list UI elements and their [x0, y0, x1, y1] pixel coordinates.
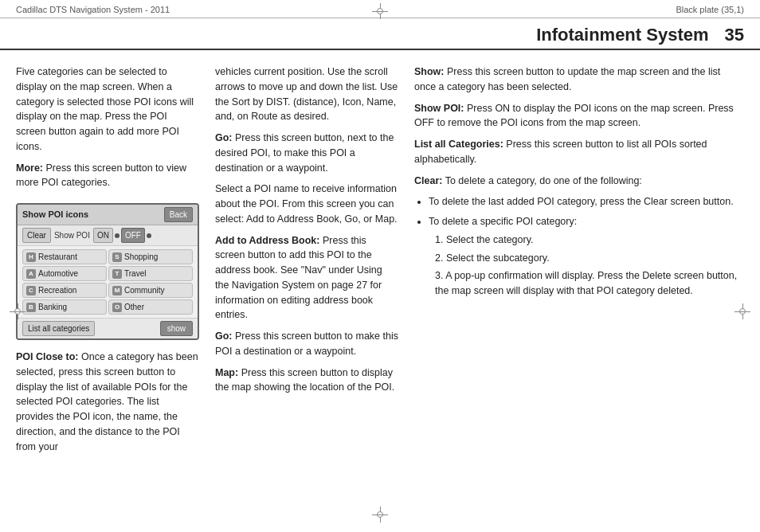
poi-cat-item[interactable]: TTravel — [108, 266, 193, 281]
go-text: Press this screen button, next to the de… — [215, 132, 394, 174]
clear-text: To delete a category, do one of the foll… — [442, 175, 641, 186]
steps-list: 1. Select the category.2. Select the sub… — [429, 233, 744, 299]
step-text: Select the category. — [446, 234, 534, 245]
poi-cat-item[interactable]: OOther — [108, 299, 193, 315]
col-left: Five categories can be selected to displ… — [16, 65, 199, 518]
poi-show-poi-label: Show POI — [54, 229, 90, 241]
select-poi-text: Select a POI name to receive information… — [215, 182, 398, 226]
page-number: 35 — [725, 25, 744, 45]
step-num: 3. — [435, 270, 443, 281]
map-text: Press this screen button to display the … — [215, 367, 394, 393]
poi-toggle: ON OFF — [93, 228, 151, 243]
bullet2-intro: To delete a specific POI category: — [429, 216, 577, 227]
col-right: Show: Press this screen button to update… — [414, 65, 744, 518]
go-para: Go: Press this screen button, next to th… — [215, 131, 398, 175]
poi-cat-icon: B — [26, 303, 36, 312]
poi-close-label: POI Close to: — [16, 351, 78, 362]
go-label: Go: — [215, 132, 233, 143]
more-label: More: — [16, 162, 43, 174]
poi-cat-label: Banking — [38, 301, 67, 313]
poi-screen-mockup: Show POI icons Back Clear Show POI ON OF… — [16, 203, 199, 340]
crosshair-circle-left — [14, 308, 21, 315]
poi-screen-title: Show POI icons — [22, 208, 88, 221]
crosshair-circle-right — [739, 308, 746, 315]
poi-cat-label: Automotive — [38, 268, 78, 280]
intro-text: Five categories can be selected to displ… — [16, 65, 199, 155]
crosshair-right — [735, 303, 750, 319]
bullet2: To delete a specific POI category: 1. Se… — [429, 214, 744, 299]
poi-cat-item[interactable]: MCommunity — [108, 283, 193, 298]
clear-bullets: To delete the last added POI category, p… — [414, 194, 744, 299]
header-right: Black plate (35,1) — [676, 5, 744, 14]
continue-text: vehicles current position. Use the scrol… — [215, 65, 398, 124]
crosshair-left-shape — [10, 303, 25, 319]
poi-list-all-button[interactable]: List all categories — [22, 321, 95, 336]
step-item: 3. A pop-up confirmation will display. P… — [435, 268, 744, 299]
crosshair-left — [10, 303, 25, 319]
poi-on-button[interactable]: ON — [93, 228, 113, 243]
page-title-bar: Infotainment System 35 — [0, 18, 760, 50]
poi-controls: Clear Show POI ON OFF — [18, 225, 198, 246]
poi-off-button[interactable]: OFF — [121, 228, 145, 243]
poi-screen-header: Show POI icons Back — [18, 205, 198, 225]
poi-cat-icon: A — [26, 269, 36, 279]
list-all-label: List all Categories: — [414, 139, 503, 150]
poi-cat-icon: H — [26, 252, 36, 262]
show-label: Show: — [414, 66, 445, 77]
poi-cat-item[interactable]: BBanking — [22, 299, 107, 315]
poi-show-button[interactable]: show — [160, 321, 193, 336]
poi-cat-icon: C — [26, 286, 36, 295]
poi-cat-label: Travel — [124, 268, 146, 280]
header-left: Cadillac DTS Navigation System - 2011 — [16, 5, 170, 14]
step-text: Select the subcategory. — [446, 252, 550, 264]
col-middle: vehicles current position. Use the scrol… — [215, 65, 398, 518]
poi-cat-icon: M — [112, 286, 122, 295]
crosshair-top — [372, 3, 388, 19]
map-label: Map: — [215, 367, 238, 378]
add-label: Add to Address Book: — [215, 235, 319, 246]
page-title: Infotainment System — [536, 25, 708, 45]
header-crosshair — [372, 3, 388, 19]
poi-cat-item[interactable]: SShopping — [108, 249, 193, 264]
step-item: 1. Select the category. — [435, 233, 744, 248]
poi-cat-label: Other — [124, 301, 144, 313]
poi-back-button[interactable]: Back — [164, 207, 193, 222]
show-para: Show: Press this screen button to update… — [414, 65, 744, 95]
add-para: Add to Address Book: Press this screen b… — [215, 233, 398, 323]
go2-label: Go: — [215, 331, 233, 342]
poi-dot — [115, 233, 119, 238]
header: Cadillac DTS Navigation System - 2011 Bl… — [0, 0, 760, 18]
poi-cat-icon: S — [112, 252, 122, 262]
poi-clear-button[interactable]: Clear — [22, 228, 51, 243]
poi-cat-label: Recreation — [38, 284, 76, 296]
crosshair-circle-top — [377, 8, 383, 14]
crosshair-right-shape — [735, 303, 750, 319]
poi-categories-grid: HRestaurantSShoppingAAutomotiveTTravelCR… — [18, 246, 198, 318]
clear-label: Clear: — [414, 175, 442, 186]
poi-cat-label: Shopping — [124, 251, 158, 263]
crosshair-circle-bottom — [377, 511, 383, 518]
crosshair-bottom — [372, 507, 388, 522]
poi-cat-icon: T — [112, 269, 122, 279]
crosshair-bottom-shape — [372, 507, 388, 522]
step-num: 1. — [435, 234, 443, 245]
poi-cat-label: Restaurant — [38, 251, 77, 263]
go2-para: Go: Press this screen button to make thi… — [215, 329, 398, 359]
list-all-para: List all Categories: Press this screen b… — [414, 137, 744, 167]
step-item: 2. Select the subcategory. — [435, 251, 744, 266]
map-para: Map: Press this screen button to display… — [215, 366, 398, 396]
show-poi-label: Show POI: — [414, 103, 464, 114]
main-content: Five categories can be selected to displ… — [0, 50, 760, 526]
poi-bottom-bar: List all categories show — [18, 318, 198, 338]
step-text: A pop-up confirmation will display. Pres… — [435, 270, 737, 296]
clear-para: Clear: To delete a category, do one of t… — [414, 174, 744, 189]
poi-cat-item[interactable]: CRecreation — [22, 283, 107, 298]
poi-cat-icon: O — [112, 303, 122, 312]
poi-cat-item[interactable]: AAutomotive — [22, 266, 107, 281]
more-para: More: Press this screen button to view m… — [16, 161, 199, 191]
show-poi-para: Show POI: Press ON to display the POI ic… — [414, 101, 744, 131]
poi-dot2 — [147, 233, 151, 238]
step-num: 2. — [435, 252, 443, 264]
add-text: Press this screen button to add this POI… — [215, 235, 382, 321]
poi-cat-item[interactable]: HRestaurant — [22, 249, 107, 264]
